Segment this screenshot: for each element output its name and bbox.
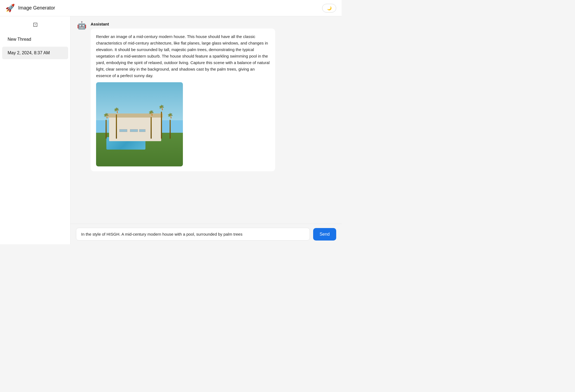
send-button[interactable]: Send	[313, 228, 336, 241]
dark-mode-button[interactable]: 🌙	[322, 4, 336, 12]
main-layout: ⊡ New Thread May 2, 2024, 8:37 AM 🤖 Assi…	[0, 16, 342, 244]
palm-tree-1: 🌴	[103, 113, 109, 139]
window-1	[119, 129, 127, 132]
window-2	[130, 129, 138, 132]
input-area: Send	[71, 224, 342, 244]
chat-area: 🤖 Assistant Render an image of a mid-cen…	[71, 16, 342, 244]
header-left: 🚀 Image Generator	[5, 4, 55, 12]
palm-tree-2: 🌴	[113, 108, 119, 139]
message-bubble: Render an image of a mid-century modern …	[91, 29, 275, 171]
assistant-avatar: 🤖	[77, 22, 87, 31]
app-logo: 🚀	[5, 4, 15, 12]
moon-icon: 🌙	[327, 6, 332, 10]
may-thread-label: May 2, 2024, 8:37 AM	[8, 50, 50, 55]
sidebar-collapse-button[interactable]: ⊡	[3, 21, 67, 28]
palm-tree-3: 🌴	[148, 111, 154, 139]
generated-image-container: 🌴 🌴 🌴	[96, 82, 183, 166]
message-assistant: 🤖 Assistant Render an image of a mid-cen…	[77, 22, 335, 171]
new-thread-label: New Thread	[8, 37, 31, 42]
scene-image: 🌴 🌴 🌴	[96, 82, 183, 166]
sidebar-item-may-thread[interactable]: May 2, 2024, 8:37 AM	[2, 47, 68, 59]
chat-messages: 🤖 Assistant Render an image of a mid-cen…	[71, 16, 342, 224]
chat-input[interactable]	[76, 228, 310, 241]
window-3	[139, 129, 145, 132]
palm-tree-5: 🌴	[167, 113, 173, 139]
sidebar-item-new-thread[interactable]: New Thread	[2, 33, 68, 46]
collapse-icon: ⊡	[33, 21, 38, 28]
message-sender: Assistant	[91, 22, 275, 26]
header-right: 🌙	[322, 4, 336, 12]
app-header: 🚀 Image Generator 🌙	[0, 0, 342, 16]
palm-tree-4: 🌴	[158, 105, 164, 139]
message-text: Render an image of a mid-century modern …	[96, 34, 270, 78]
sidebar: ⊡ New Thread May 2, 2024, 8:37 AM	[0, 16, 71, 244]
app-title: Image Generator	[18, 5, 55, 11]
send-label: Send	[320, 232, 330, 236]
message-content: Assistant Render an image of a mid-centu…	[91, 22, 275, 171]
